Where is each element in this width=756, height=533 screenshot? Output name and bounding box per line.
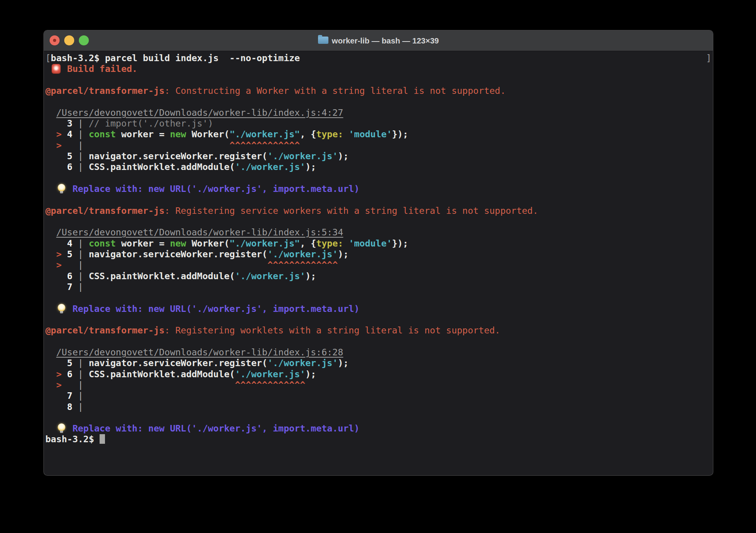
terminal-line [45, 173, 711, 183]
text-segment: 3 [67, 118, 72, 129]
text-segment: > [56, 380, 62, 390]
terminal-line: @parcel/transformer-js: Registering serv… [45, 205, 711, 216]
text-segment [67, 423, 72, 434]
desktop: worker-lib — bash — 123×39 [bash-3.2$ pa… [0, 0, 756, 533]
terminal-line [45, 336, 711, 347]
terminal-window: worker-lib — bash — 123×39 [bash-3.2$ pa… [43, 30, 713, 476]
terminal-line: 6 | CSS.paintWorklet.addModule('./worker… [45, 271, 711, 281]
text-segment: | [72, 162, 88, 172]
text-segment: bash-3.2$ [45, 434, 100, 445]
text-segment [45, 162, 67, 172]
text-segment [45, 260, 56, 270]
terminal-line [45, 216, 711, 227]
text-segment: | [72, 129, 88, 140]
terminal-line: [bash-3.2$ parcel build index.js --no-op… [45, 53, 711, 63]
text-segment [343, 129, 349, 140]
terminal-line: 7 | [45, 390, 711, 401]
text-segment: navigator.serviceWorker.register( [89, 151, 268, 162]
text-segment: "./worker.js" [230, 238, 300, 249]
text-segment: './worker.js' [267, 249, 338, 260]
text-segment: Replace with: new URL('./worker.js', imp… [72, 303, 359, 314]
text-segment: /Users/devongovett/Downloads/worker-lib/… [56, 107, 343, 118]
text-segment: | [72, 151, 88, 162]
minimize-button[interactable] [64, 35, 74, 45]
text-segment: 6 [67, 162, 72, 172]
text-segment: : Registering worklets with a string lit… [165, 325, 500, 336]
text-segment: 'module' [349, 238, 392, 249]
terminal-line: Replace with: new URL('./worker.js', imp… [45, 423, 711, 434]
terminal-line: bash-3.2$ [45, 434, 711, 445]
text-segment: './worker.js' [267, 151, 338, 162]
text-segment: 8 [67, 401, 72, 412]
terminal-line: 4 | const worker = new Worker("./worker.… [45, 238, 711, 249]
close-button[interactable] [50, 35, 60, 45]
spacer [83, 380, 235, 390]
text-segment: // import('./other.js') [89, 118, 213, 129]
text-segment: }); [392, 238, 408, 249]
text-segment: > [56, 260, 62, 270]
text-segment [62, 129, 67, 140]
text-segment: : Constructing a Worker with a string li… [165, 85, 506, 96]
text-segment: 5 [67, 151, 72, 162]
text-segment: | [72, 238, 88, 249]
text-segment [62, 140, 78, 151]
text-segment: "./worker.js" [230, 129, 300, 140]
spacer [83, 140, 230, 151]
text-segment: 6 [67, 271, 72, 281]
text-segment: 7 [67, 390, 72, 401]
text-segment [62, 380, 78, 390]
text-segment: , { [300, 238, 316, 249]
text-segment [62, 249, 67, 260]
text-segment [45, 369, 56, 380]
text-segment: const [89, 238, 116, 249]
text-segment: worker = [116, 238, 170, 249]
text-segment: './worker.js' [267, 358, 338, 368]
text-segment: @parcel/transformer-js [45, 325, 165, 336]
alarm-light-icon [52, 64, 61, 74]
text-segment: 7 [67, 281, 72, 292]
terminal-line: 7 | [45, 281, 711, 292]
text-segment [62, 63, 67, 74]
terminal-line: > | ^^^^^^^^^^^^^ [45, 380, 711, 390]
text-segment: @parcel/transformer-js [45, 85, 165, 96]
text-segment: Build failed. [67, 63, 137, 74]
text-segment: | [72, 390, 83, 401]
spacer [83, 260, 268, 270]
text-segment: const [89, 129, 116, 140]
terminal-line: 3 | // import('./other.js') [45, 118, 711, 129]
text-segment [45, 151, 67, 162]
text-segment: | [72, 249, 88, 260]
text-segment: type: [316, 238, 343, 249]
terminal-line: @parcel/transformer-js: Registering work… [45, 325, 711, 336]
zoom-button[interactable] [79, 35, 89, 45]
text-segment: worker = [116, 129, 170, 140]
text-segment [45, 380, 56, 390]
text-segment: > [56, 129, 62, 140]
text-segment: 6 [67, 369, 72, 380]
text-segment: | [78, 140, 83, 151]
text-segment [67, 183, 72, 194]
text-segment: CSS.paintWorklet.addModule( [89, 162, 235, 172]
text-segment: type: [316, 129, 343, 140]
terminal-line: > 4 | const worker = new Worker("./worke… [45, 129, 711, 140]
text-segment: Worker( [186, 238, 230, 249]
folder-icon [318, 37, 328, 44]
window-title: worker-lib — bash — 123×39 [318, 36, 439, 45]
text-segment: : Registering service workers with a str… [165, 205, 538, 216]
terminal-line: Build failed. [45, 63, 711, 74]
window-titlebar[interactable]: worker-lib — bash — 123×39 [44, 30, 713, 51]
terminal-screen[interactable]: [bash-3.2$ parcel build index.js --no-op… [44, 51, 713, 445]
text-segment [45, 281, 67, 292]
line-wrap-indicator: ] [706, 53, 711, 63]
terminal-line: /Users/devongovett/Downloads/worker-lib/… [45, 227, 711, 238]
text-segment: | [72, 118, 88, 129]
lightbulb-icon [57, 304, 66, 314]
text-segment [67, 303, 72, 314]
text-segment: ); [338, 151, 348, 162]
text-segment: ^^^^^^^^^^^^^ [235, 380, 305, 390]
terminal-cursor [100, 434, 105, 444]
terminal-line [45, 412, 711, 423]
text-segment [45, 423, 56, 434]
terminal-line: 6 | CSS.paintWorklet.addModule('./worker… [45, 162, 711, 172]
terminal-line [45, 314, 711, 325]
